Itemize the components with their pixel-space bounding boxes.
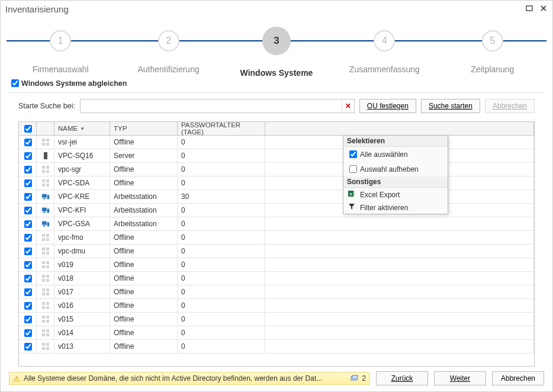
step-label: Authentifizierung	[137, 65, 199, 74]
warning-icon: ⚠	[13, 374, 20, 383]
table-header-row: NAME▼ TYP PASSWORTALTER (TAGE)	[19, 122, 534, 136]
svg-rect-36	[42, 261, 45, 264]
table-row[interactable]: vsr-jeiOffline0	[19, 136, 534, 149]
row-system-icon	[37, 326, 54, 339]
row-type: Arbeitsstation	[110, 217, 178, 230]
svg-rect-48	[42, 302, 45, 305]
row-type: Offline	[110, 163, 178, 176]
row-checkbox[interactable]	[24, 288, 32, 296]
svg-rect-58	[42, 333, 45, 336]
svg-rect-61	[46, 343, 49, 346]
table-row[interactable]: v015Offline0	[19, 313, 534, 326]
svg-rect-16	[46, 179, 49, 182]
table-row[interactable]: v019Offline0	[19, 258, 534, 272]
row-checkbox[interactable]	[24, 261, 32, 269]
table-row[interactable]: vpc-dmuOffline0	[19, 245, 534, 258]
svg-rect-35	[46, 252, 49, 255]
cancel-search-button[interactable]: Abbrechen	[485, 99, 535, 113]
step-2[interactable]: 2Authentifizierung	[114, 20, 222, 78]
row-checkbox[interactable]	[24, 234, 32, 242]
row-checkbox-cell	[19, 217, 37, 230]
row-checkbox[interactable]	[24, 179, 32, 187]
header-age[interactable]: PASSWORTALTER (TAGE)	[178, 122, 265, 135]
row-checkbox-cell	[19, 326, 37, 339]
step-3[interactable]: 3Windows Systeme	[223, 20, 330, 78]
svg-rect-19	[41, 194, 46, 198]
table-row[interactable]: v017Offline0	[19, 285, 534, 299]
svg-rect-57	[46, 329, 49, 332]
row-checkbox[interactable]	[24, 302, 32, 310]
row-age: 0	[178, 245, 265, 258]
step-4[interactable]: 4Zusammenfassung	[330, 20, 438, 78]
start-search-button[interactable]: Suche starten	[421, 99, 480, 113]
row-system-icon	[37, 149, 54, 162]
svg-rect-8	[44, 153, 47, 154]
table-row[interactable]: VPC-GSAArbeitsstation0	[19, 217, 534, 231]
sync-windows-checkbox[interactable]	[11, 79, 19, 87]
svg-text:x: x	[350, 191, 352, 197]
cancel-button[interactable]: Abbrechen	[492, 371, 544, 385]
step-circle: 5	[482, 30, 503, 52]
titlebar: Inventarisierung	[1, 1, 552, 17]
row-checkbox[interactable]	[24, 248, 32, 255]
ou-button[interactable]: OU festlegen	[359, 99, 416, 113]
table-row[interactable]: v014Offline0	[19, 326, 534, 340]
row-checkbox[interactable]	[24, 316, 32, 323]
row-checkbox[interactable]	[24, 152, 32, 160]
row-name: VPC-SQ16	[54, 149, 110, 162]
row-rest	[265, 258, 534, 271]
header-name[interactable]: NAME▼	[54, 122, 110, 135]
dialog-window: Inventarisierung 1Firmenauswahl2Authenti…	[0, 0, 553, 392]
row-type: Offline	[110, 340, 178, 353]
table-body[interactable]: vsr-jeiOffline0VPC-SQ16Server0vpc-sgrOff…	[19, 136, 534, 366]
header-type[interactable]: TYP	[110, 122, 178, 135]
row-age: 0	[178, 258, 265, 271]
row-age: 0	[178, 285, 265, 298]
svg-rect-4	[46, 139, 49, 142]
back-button[interactable]: Zurück	[376, 371, 428, 385]
row-checkbox-cell	[19, 313, 37, 326]
menu-section-misc: Sonstiges	[343, 176, 448, 188]
row-age: 0	[178, 176, 265, 189]
row-checkbox[interactable]	[24, 139, 32, 146]
table-row[interactable]: VPC-KFIArbeitsstation0	[19, 204, 534, 217]
row-rest	[265, 245, 534, 258]
wizard-stepper: 1Firmenauswahl2Authentifizierung3Windows…	[7, 20, 546, 73]
row-checkbox[interactable]	[24, 275, 32, 282]
svg-rect-17	[42, 184, 45, 187]
search-input[interactable]	[81, 100, 342, 112]
clear-search-icon[interactable]: ✕	[342, 99, 354, 113]
row-name: v019	[54, 258, 110, 271]
row-system-icon	[37, 176, 54, 189]
header-select-all[interactable]	[19, 122, 37, 135]
menu-item-deselect-all[interactable]: Auswahl aufheben	[343, 162, 448, 176]
svg-rect-33	[46, 248, 49, 250]
step-1[interactable]: 1Firmenauswahl	[7, 20, 114, 78]
table-row[interactable]: VPC-SDAOffline0	[19, 176, 534, 190]
table-row[interactable]: vpc-sgrOffline0	[19, 163, 534, 176]
close-button[interactable]	[539, 5, 548, 13]
row-checkbox[interactable]	[24, 207, 32, 214]
row-checkbox[interactable]	[24, 220, 32, 228]
row-type: Arbeitsstation	[110, 204, 178, 217]
row-checkbox-cell	[19, 149, 37, 162]
table-row[interactable]: VPC-SQ16Server0	[19, 149, 534, 163]
row-checkbox[interactable]	[24, 343, 32, 351]
table-row[interactable]: vpc-fmoOffline0	[19, 231, 534, 245]
menu-item-excel-export[interactable]: x Excel Export	[343, 188, 448, 201]
table-row[interactable]: VPC-KREArbeitsstation30	[19, 190, 534, 204]
menu-item-filter-activate[interactable]: Filter aktivieren	[343, 201, 448, 214]
next-button[interactable]: Weiter	[434, 371, 486, 385]
table-row[interactable]: v018Offline0	[19, 272, 534, 285]
row-checkbox[interactable]	[24, 329, 32, 337]
row-checkbox[interactable]	[24, 166, 32, 173]
row-name: vsr-jei	[54, 136, 110, 149]
menu-item-select-all[interactable]: Alle auswählen	[343, 147, 448, 162]
table-row[interactable]: v013Offline0	[19, 340, 534, 354]
step-label: Firmenauswahl	[33, 65, 89, 74]
maximize-button[interactable]	[525, 5, 533, 13]
row-checkbox[interactable]	[24, 193, 32, 201]
step-5[interactable]: 5Zeitplanung	[439, 20, 546, 78]
row-system-icon	[37, 163, 54, 176]
table-row[interactable]: v016Offline0	[19, 299, 534, 313]
